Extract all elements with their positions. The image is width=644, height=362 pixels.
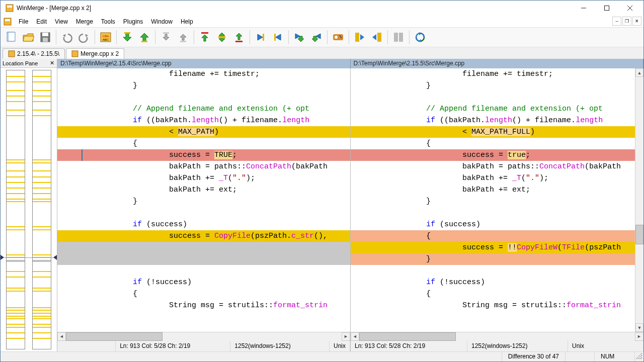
- code-line[interactable]: {: [351, 138, 635, 149]
- code-line[interactable]: }: [57, 80, 350, 92]
- code-line[interactable]: }: [351, 196, 635, 207]
- right-code-editor[interactable]: filename += timestr; } // Append filenam…: [351, 68, 635, 332]
- copy-right-button[interactable]: [253, 29, 269, 45]
- code-line[interactable]: [351, 92, 635, 103]
- code-line[interactable]: [57, 265, 350, 277]
- doc-icon: [4, 18, 12, 26]
- code-line[interactable]: {: [351, 288, 635, 300]
- save-button[interactable]: [37, 29, 53, 45]
- svg-rect-9: [8, 32, 15, 41]
- location-pane: Location Pane ✕: [1, 59, 57, 351]
- open-button[interactable]: [20, 29, 36, 45]
- all-right-button[interactable]: [352, 29, 368, 45]
- window-title: WinMerge - [Merge.cpp x 2]: [17, 5, 572, 12]
- next-diff-button[interactable]: [119, 29, 135, 45]
- tab-label: 2.15.4\ - 2.15.5\: [17, 50, 59, 57]
- close-button[interactable]: [618, 1, 641, 16]
- menu-help[interactable]: Help: [177, 17, 197, 27]
- code-line[interactable]: success = true;: [351, 149, 635, 161]
- code-line[interactable]: // Append filename and extension (+ opt: [57, 103, 350, 115]
- redo-button[interactable]: [76, 29, 92, 45]
- code-line[interactable]: if (success): [57, 219, 350, 230]
- code-line[interactable]: [57, 253, 350, 265]
- svg-rect-23: [263, 34, 264, 41]
- code-line[interactable]: }: [351, 253, 635, 265]
- menu-merge[interactable]: Merge: [72, 17, 97, 27]
- menu-file[interactable]: File: [15, 17, 32, 27]
- first-diff-button[interactable]: [197, 29, 213, 45]
- svg-rect-32: [72, 51, 78, 57]
- svg-point-26: [335, 36, 338, 39]
- menu-view[interactable]: View: [51, 17, 72, 27]
- options-button[interactable]: [330, 29, 346, 45]
- code-line[interactable]: bakPath += _T(".");: [351, 172, 635, 184]
- undo-button[interactable]: [59, 29, 75, 45]
- code-line[interactable]: {: [57, 138, 350, 149]
- code-line[interactable]: success = TRUE;: [57, 149, 350, 161]
- menu-tools[interactable]: Tools: [97, 17, 119, 27]
- left-code-editor[interactable]: filename += timestr; } // Append filenam…: [57, 68, 350, 332]
- tab-0[interactable]: 2.15.4\ - 2.15.5\: [3, 48, 65, 59]
- copy-left-advance-button[interactable]: [308, 29, 325, 45]
- menu-window[interactable]: Window: [147, 17, 177, 27]
- vscrollbar[interactable]: ▲ ▼: [635, 68, 643, 332]
- right-hscrollbar[interactable]: ◄►: [351, 332, 643, 340]
- code-line[interactable]: }: [351, 80, 635, 92]
- tab-1[interactable]: Merge.cpp x 2: [66, 48, 124, 59]
- code-line[interactable]: success = CopyFile(pszPath.c_str(),: [57, 230, 350, 242]
- code-line[interactable]: filename += timestr;: [351, 68, 635, 80]
- code-line[interactable]: success = !!CopyFileW(TFile(pszPath: [351, 242, 635, 253]
- last-diff-button[interactable]: [231, 29, 247, 45]
- maximize-button[interactable]: [595, 1, 618, 16]
- menu-plugins[interactable]: Plugins: [119, 17, 147, 27]
- code-line[interactable]: [57, 242, 350, 253]
- right-status-eol: Unix: [568, 341, 643, 351]
- mdi-restore-button[interactable]: ❐: [622, 17, 631, 26]
- tab-icon: [71, 50, 78, 57]
- code-line[interactable]: bakPath = paths::ConcatPath(bakPath: [57, 161, 350, 172]
- code-line[interactable]: [57, 92, 350, 103]
- code-line[interactable]: if ((bakPath.length() + filename.length: [57, 115, 350, 126]
- location-pane-close-icon[interactable]: ✕: [49, 60, 55, 66]
- code-line[interactable]: }: [57, 196, 350, 207]
- code-line[interactable]: filename += timestr;: [57, 68, 350, 80]
- code-line[interactable]: bakPath = paths::ConcatPath(bakPath: [351, 161, 635, 172]
- code-line[interactable]: String msg = strutils::format_strin: [351, 300, 635, 311]
- code-line[interactable]: {: [351, 230, 635, 242]
- code-line[interactable]: bakPath += ext;: [351, 184, 635, 196]
- current-diff-button[interactable]: [214, 29, 230, 45]
- code-line[interactable]: < MAX_PATH): [57, 126, 350, 138]
- menu-edit[interactable]: Edit: [32, 17, 51, 27]
- prev-conflict-button[interactable]: [175, 29, 191, 45]
- location-pane-body[interactable]: [1, 68, 57, 351]
- mdi-minimize-button[interactable]: –: [612, 17, 621, 26]
- refresh-button[interactable]: [412, 29, 428, 45]
- new-button[interactable]: [3, 29, 19, 45]
- code-line[interactable]: [57, 207, 350, 219]
- code-line[interactable]: if (!success): [57, 277, 350, 288]
- auto-merge-button[interactable]: [390, 29, 407, 45]
- left-hscrollbar[interactable]: ◄►: [57, 332, 350, 340]
- left-status-pos: Ln: 913 Col: 5/28 Ch: 2/19: [116, 341, 230, 351]
- code-line[interactable]: < MAX_PATH_FULL): [351, 126, 635, 138]
- code-line[interactable]: [351, 265, 635, 277]
- code-line[interactable]: [351, 207, 635, 219]
- minimize-button[interactable]: [572, 1, 595, 16]
- next-conflict-button[interactable]: [158, 29, 174, 45]
- code-line[interactable]: String msg = strutils::format_strin: [57, 300, 350, 311]
- code-line[interactable]: if (!success): [351, 277, 635, 288]
- code-line[interactable]: bakPath += ext;: [57, 184, 350, 196]
- code-line[interactable]: {: [57, 288, 350, 300]
- tab-icon: [8, 50, 15, 57]
- mdi-close-button[interactable]: ✕: [632, 17, 641, 26]
- copy-left-button[interactable]: [270, 29, 286, 45]
- code-line[interactable]: // Append filename and extension (+ opt: [351, 103, 635, 115]
- copy-right-advance-button[interactable]: [291, 29, 307, 45]
- all-left-button[interactable]: [369, 29, 385, 45]
- encoding-button[interactable]: CBAABC: [98, 29, 114, 45]
- code-line[interactable]: bakPath += _T(".");: [57, 172, 350, 184]
- code-line[interactable]: if (success): [351, 219, 635, 230]
- prev-diff-button[interactable]: [136, 29, 152, 45]
- code-line[interactable]: if ((bakPath.length() + filename.length: [351, 115, 635, 126]
- svg-line-34: [640, 357, 642, 359]
